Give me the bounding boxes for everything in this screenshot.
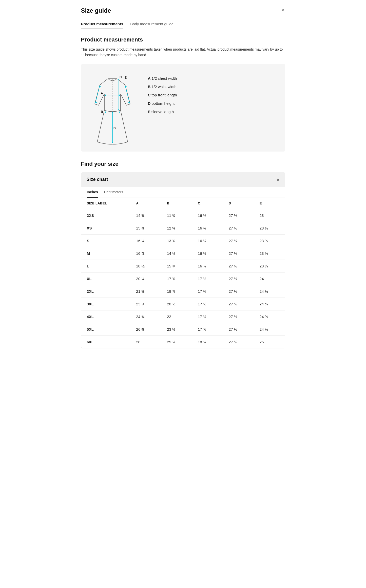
cell-e: 23 ⅜	[254, 234, 285, 247]
svg-marker-15	[112, 142, 113, 143]
cell-c: 17 ⅞	[192, 323, 223, 335]
tab-product-measurements[interactable]: Product measurements	[81, 19, 123, 29]
cell-a: 18 ½	[130, 260, 161, 272]
cell-d: 27 ½	[223, 285, 254, 298]
close-button[interactable]: ×	[281, 7, 285, 14]
cell-e: 23	[254, 209, 285, 222]
table-row: M16 ⅞14 ⅛16 ¾27 ½23 ⅝	[81, 247, 285, 260]
cell-b: 18 ⅞	[161, 285, 192, 298]
cell-a: 16 ⅛	[130, 234, 161, 247]
cell-b: 14 ⅛	[161, 247, 192, 260]
cell-size: 3XL	[81, 298, 131, 310]
cell-b: 25 ¼	[161, 335, 192, 348]
cell-c: 16 ⅛	[192, 209, 223, 222]
cell-e: 23 ⅝	[254, 247, 285, 260]
cell-b: 13 ⅜	[161, 234, 192, 247]
cell-c: 17 ¾	[192, 310, 223, 323]
svg-marker-5	[104, 111, 106, 113]
dress-diagram: A B C D	[87, 71, 138, 144]
cell-b: 22	[161, 310, 192, 323]
table-row: 2XL21 ⅝18 ⅞17 ⅜27 ½24 ¼	[81, 285, 285, 298]
svg-text:B: B	[101, 110, 103, 114]
svg-text:D: D	[113, 127, 116, 130]
cell-size: 6XL	[81, 335, 131, 348]
table-row: L18 ½15 ¾16 ⅞27 ½23 ⅞	[81, 260, 285, 272]
table-row: 2XS14 ⅝11 ¾16 ⅛27 ½23	[81, 209, 285, 222]
cell-d: 27 ½	[223, 323, 254, 335]
cell-a: 15 ⅜	[130, 222, 161, 234]
cell-b: 20 ½	[161, 298, 192, 310]
cell-d: 27 ½	[223, 298, 254, 310]
svg-marker-18	[100, 86, 101, 87]
cell-size: 2XL	[81, 285, 131, 298]
cell-c: 17 ½	[192, 298, 223, 310]
table-row: 5XL26 ⅜23 ⅝17 ⅞27 ½24 ¾	[81, 323, 285, 335]
cell-c: 18 ⅛	[192, 335, 223, 348]
cell-size: M	[81, 247, 131, 260]
size-chart-body: Inches Centimeters SIZE LABEL A B C D E	[81, 187, 285, 348]
cell-b: 12 ⅝	[161, 222, 192, 234]
table-row: 6XL2825 ¼18 ⅛27 ½25	[81, 335, 285, 348]
svg-marker-6	[119, 111, 121, 113]
cell-b: 23 ⅝	[161, 323, 192, 335]
cell-a: 26 ⅜	[130, 323, 161, 335]
cell-c: 17 ⅜	[192, 285, 223, 298]
size-chart-header[interactable]: Size chart ∧	[81, 172, 285, 187]
unit-tab-centimeters[interactable]: Centimeters	[104, 187, 123, 198]
modal-header: Size guide ×	[81, 7, 285, 14]
cell-e: 23 ⅞	[254, 260, 285, 272]
cell-e: 24	[254, 272, 285, 285]
cell-e: 24 ⅝	[254, 310, 285, 323]
tab-body-measurement-guide[interactable]: Body measurement guide	[130, 19, 174, 29]
svg-marker-2	[119, 94, 121, 96]
table-row: 3XL23 ¼20 ½17 ½27 ½24 ⅜	[81, 298, 285, 310]
cell-d: 27 ½	[223, 209, 254, 222]
table-body: 2XS14 ⅝11 ¾16 ⅛27 ½23XS15 ⅜12 ⅝16 ⅜27 ½2…	[81, 209, 285, 348]
cell-c: 16 ¾	[192, 247, 223, 260]
section-title: Product measurements	[81, 36, 285, 43]
cell-e: 24 ¼	[254, 285, 285, 298]
cell-a: 24 ¾	[130, 310, 161, 323]
legend-item-d: D bottom height	[148, 101, 279, 106]
cell-e: 24 ¾	[254, 323, 285, 335]
svg-line-17	[95, 86, 100, 103]
cell-b: 11 ¾	[161, 209, 192, 222]
svg-line-21	[125, 86, 130, 103]
cell-b: 15 ¾	[161, 260, 192, 272]
size-chart-chevron-icon: ∧	[276, 177, 280, 182]
cell-c: 17 ⅛	[192, 272, 223, 285]
cell-size: XL	[81, 272, 131, 285]
cell-d: 27 ½	[223, 234, 254, 247]
table-header: SIZE LABEL A B C D E	[81, 198, 285, 209]
table-row: S16 ⅛13 ⅜16 ½27 ½23 ⅜	[81, 234, 285, 247]
unit-tab-inches[interactable]: Inches	[87, 187, 98, 198]
col-d: D	[223, 198, 254, 209]
svg-marker-22	[125, 86, 127, 87]
cell-c: 16 ⅜	[192, 222, 223, 234]
col-c: C	[192, 198, 223, 209]
size-guide-modal: Size guide × Product measurements Body m…	[73, 0, 293, 359]
diagram-legend: A 1/2 chest width B 1/2 waist width C to…	[148, 71, 279, 114]
cell-d: 27 ½	[223, 310, 254, 323]
size-chart-container: Size chart ∧ Inches Centimeters SIZE LAB…	[81, 172, 285, 348]
cell-e: 23 ¼	[254, 222, 285, 234]
cell-d: 27 ½	[223, 272, 254, 285]
cell-d: 27 ½	[223, 222, 254, 234]
legend-item-e: E sleeve length	[148, 110, 279, 114]
dress-svg: A B C D	[90, 71, 135, 144]
cell-a: 23 ¼	[130, 298, 161, 310]
cell-d: 27 ½	[223, 335, 254, 348]
cell-size: 4XL	[81, 310, 131, 323]
svg-marker-1	[104, 94, 106, 96]
cell-size: 2XS	[81, 209, 131, 222]
cell-a: 28	[130, 335, 161, 348]
cell-a: 14 ⅝	[130, 209, 161, 222]
svg-marker-14	[112, 112, 113, 113]
modal-title: Size guide	[81, 7, 111, 14]
table-header-row: SIZE LABEL A B C D E	[81, 198, 285, 209]
cell-c: 16 ½	[192, 234, 223, 247]
svg-marker-10	[118, 109, 120, 110]
section-description: This size guide shows product measuremen…	[81, 47, 285, 58]
col-size-label: SIZE LABEL	[81, 198, 131, 209]
svg-text:E: E	[125, 76, 127, 79]
